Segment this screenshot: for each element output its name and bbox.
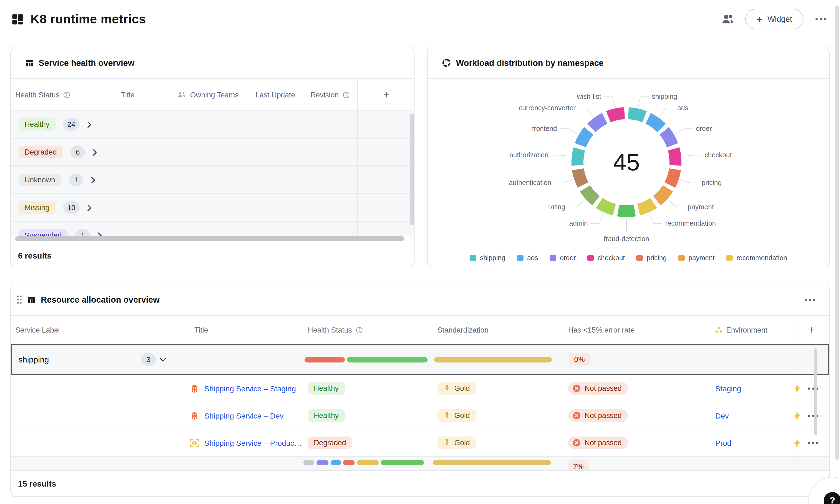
drag-handle-icon[interactable] [16, 295, 22, 304]
table-row: Unknown 1 [11, 166, 414, 194]
status-badge: Degraded [308, 436, 352, 449]
row-menu-button[interactable] [807, 438, 819, 447]
row-menu-button[interactable] [807, 384, 819, 393]
group-row-shipping[interactable]: shipping 3 0% [11, 344, 829, 375]
add-column-button[interactable]: + [383, 88, 389, 101]
row-menu-button[interactable] [807, 411, 819, 420]
vertical-scrollbar[interactable] [814, 348, 817, 435]
environment-link[interactable]: Prod [715, 438, 731, 447]
legend-item[interactable]: shipping [470, 254, 505, 262]
legend-item[interactable]: checkout [587, 254, 625, 262]
error-rate-badge: Not passed [568, 409, 628, 422]
col-environment: Environment [726, 326, 768, 334]
count-badge[interactable]: 10 [63, 201, 80, 214]
donut-segment-label: authentication [509, 179, 551, 186]
donut-segment-label: checkout [705, 151, 732, 159]
col-health-status: Health Status [15, 91, 59, 99]
people-icon[interactable] [721, 14, 734, 24]
service-link[interactable]: Shipping Service – Dev [204, 411, 283, 420]
info-icon[interactable] [343, 91, 350, 98]
chevron-right-icon[interactable] [87, 204, 91, 211]
horizontal-scrollbar[interactable] [15, 236, 404, 241]
info-icon[interactable] [356, 326, 363, 334]
circle-x-icon [573, 412, 581, 420]
chevron-right-icon[interactable] [91, 177, 95, 183]
environment-link[interactable]: Dev [715, 411, 729, 420]
chevron-right-icon[interactable] [93, 149, 97, 156]
lightning-icon[interactable] [793, 383, 801, 393]
table-icon [25, 58, 34, 67]
squid-emoji-icon [190, 383, 199, 393]
card-menu-button[interactable] [804, 295, 816, 304]
legend-item[interactable]: pricing [636, 254, 667, 262]
add-widget-label: Widget [768, 15, 792, 23]
donut-segment-label: admin [569, 219, 588, 227]
count-badge[interactable]: 1 [75, 229, 90, 236]
legend-item[interactable]: order [550, 254, 576, 262]
environment-link[interactable]: Staging [715, 384, 741, 393]
page-title: K8 runtime metrics [31, 12, 146, 26]
donut-chart[interactable]: 45 shippingadsordercheckoutpricingpaymen… [427, 79, 829, 249]
bottom-std-bars [433, 460, 551, 465]
donut-segment-label: wish-list [577, 92, 601, 100]
page-menu-button[interactable] [815, 15, 827, 23]
chevron-right-icon[interactable] [87, 121, 92, 128]
medal-icon [443, 439, 451, 447]
standardization-badge: Gold [437, 382, 476, 395]
scan-emoji-icon [190, 438, 199, 448]
count-badge[interactable]: 1 [69, 174, 84, 186]
standardization-label: Gold [454, 412, 470, 420]
donut-icon [442, 58, 451, 68]
donut-segment-label: recommendation [665, 219, 716, 227]
legend-swatch [726, 255, 733, 261]
info-icon[interactable] [63, 91, 70, 98]
service-link[interactable]: Shipping Service – Staging [204, 384, 296, 393]
board-icon [11, 12, 24, 26]
group-count-badge[interactable]: 3 [141, 353, 156, 366]
circle-x-icon [573, 439, 581, 447]
lightning-icon[interactable] [793, 438, 801, 448]
legend-item[interactable]: ads [517, 254, 538, 262]
lightning-icon[interactable] [793, 411, 801, 420]
status-badge: Healthy [308, 409, 345, 422]
add-column-button[interactable]: + [808, 324, 815, 336]
table-icon [27, 295, 36, 304]
standardization-label: Gold [454, 384, 470, 392]
legend-item[interactable]: payment [678, 254, 715, 262]
chevron-right-icon[interactable] [98, 232, 102, 236]
legend-swatch [678, 255, 685, 261]
vertical-scrollbar[interactable] [410, 114, 414, 225]
donut-segment-label: ads [677, 104, 688, 112]
help-label: ? [830, 495, 835, 504]
donut-segment-label: fraud-detection [604, 235, 649, 242]
status-badge: Healthy [308, 382, 345, 395]
dashboard: K8 runtime metrics + Widget [0, 0, 840, 504]
col-health-status: Health Status [308, 326, 352, 334]
group-row-partial[interactable]: 7% [11, 457, 829, 472]
legend-item[interactable]: recommendation [726, 254, 787, 262]
status-badge: Degraded [19, 146, 63, 158]
standardization-badge: Gold [437, 409, 476, 422]
legend-swatch [470, 255, 476, 261]
service-link[interactable]: Shipping Service – Producti… [204, 438, 303, 447]
error-rate-badge: Not passed [568, 382, 628, 395]
count-badge[interactable]: 24 [63, 118, 80, 131]
add-widget-button[interactable]: + Widget [745, 9, 804, 30]
legend-label: recommendation [736, 254, 787, 262]
error-rate-label: Not passed [584, 439, 622, 447]
table-row: Shipping Service – Producti… Degraded Go [11, 429, 829, 457]
legend-label: checkout [598, 254, 625, 262]
donut-segment-label: currency-converter [519, 104, 576, 112]
chevron-down-icon[interactable] [160, 357, 166, 362]
page-scrollbar[interactable] [835, 5, 839, 460]
legend-swatch [550, 255, 556, 261]
error-rate-label: Not passed [584, 384, 622, 392]
col-error-rate: Has <15% error rate [568, 326, 635, 334]
count-badge[interactable]: 6 [71, 146, 85, 158]
col-revision: Revision [311, 91, 339, 99]
status-badge: Missing [19, 201, 56, 214]
donut-segment-label: pricing [702, 179, 722, 186]
resources-rows: Shipping Service – Staging Healthy Gold [11, 375, 829, 457]
table-row: Degraded 6 [11, 139, 414, 166]
medal-icon [443, 412, 451, 419]
